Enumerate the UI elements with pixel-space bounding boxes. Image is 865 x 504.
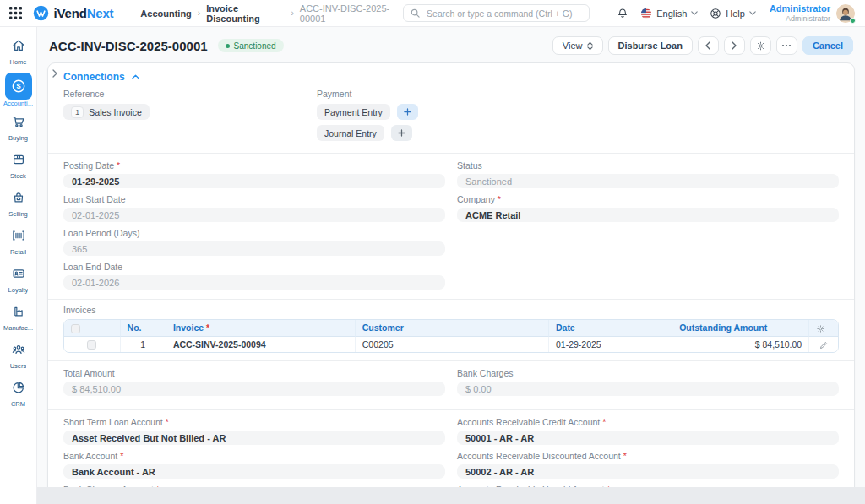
plus-icon	[404, 108, 411, 116]
language-selector[interactable]: English	[640, 8, 698, 19]
total-amount-label: Total Amount	[63, 368, 445, 378]
page-title: ACC-INV-DISC-2025-00001	[49, 39, 208, 53]
app-grid-icon[interactable]	[8, 6, 23, 21]
chevron-right-icon	[732, 41, 737, 50]
bank-charges-input[interactable]: $ 0.00	[457, 382, 839, 396]
totals-section: Total Amount $ 84,510.00 Bank Charges $ …	[48, 361, 854, 409]
home-icon	[8, 35, 30, 57]
user-menu[interactable]: Administrator Administrator	[770, 3, 830, 23]
status-label: Status	[457, 160, 839, 171]
notifications-bell-icon[interactable]	[617, 8, 628, 19]
loan-end-date-field: Loan End Date 02-01-2026	[63, 262, 445, 290]
sidebar-item-buying[interactable]: Buying	[0, 111, 37, 149]
bank-account-input[interactable]: Bank Account - AR	[63, 464, 445, 479]
help-menu[interactable]: Help	[710, 8, 756, 19]
loan-start-date-field: Loan Start Date 02-01-2025	[63, 194, 445, 222]
row-edit-pencil-icon[interactable]	[819, 341, 828, 350]
posting-date-input[interactable]: 01-29-2025	[63, 174, 445, 188]
sidebar-item-label: Selling	[8, 210, 28, 218]
id-card-icon	[8, 263, 30, 285]
sales-invoice-link[interactable]: 1 Sales Invoice	[63, 104, 150, 120]
payment-group: Payment Payment Entry Journal Entry	[317, 89, 839, 146]
user-role: Administrator	[770, 14, 830, 23]
print-settings-button[interactable]	[750, 36, 771, 55]
package-icon	[8, 149, 30, 171]
help-label: Help	[726, 8, 745, 19]
search-icon	[411, 8, 420, 18]
table-settings-gear-icon[interactable]	[816, 324, 825, 333]
cell-invoice-link[interactable]: ACC-SINV-2025-00094	[166, 337, 356, 353]
cancel-button[interactable]: Cancel	[802, 36, 853, 55]
connections-header[interactable]: Connections	[63, 69, 839, 84]
sidebar-item-retail[interactable]: Retail	[0, 225, 37, 263]
sidebar-item-label: Manufac...	[3, 324, 33, 332]
top-navbar: iVendNext Accounting › Invoice Discounti…	[0, 0, 865, 27]
bank-charges-field: Bank Charges $ 0.00	[457, 368, 839, 396]
sidebar-item-label: CRM	[11, 400, 25, 408]
prev-document-button[interactable]	[698, 36, 719, 55]
help-lifebuoy-icon	[710, 8, 721, 19]
details-section: Posting Date 01-29-2025 Loan Start Date …	[48, 154, 854, 299]
journal-entry-link[interactable]: Journal Entry	[317, 125, 384, 141]
invoices-section-label: Invoices	[63, 305, 839, 315]
search-input[interactable]	[425, 8, 582, 19]
sidebar-item-selling[interactable]: Selling	[0, 187, 37, 225]
online-status-dot	[850, 18, 856, 24]
sales-invoice-label: Sales Invoice	[89, 107, 141, 117]
ar-credit-account-input[interactable]: 50001 - AR - AR	[457, 431, 839, 445]
breadcrumb-accounting[interactable]: Accounting	[140, 8, 192, 19]
ar-discounted-account-input[interactable]: 50002 - AR - AR	[457, 464, 839, 479]
sidebar-item-stock[interactable]: Stock	[0, 149, 37, 187]
short-term-loan-account-input[interactable]: Asset Received But Not Billed - AR	[63, 431, 445, 445]
payment-entry-label: Payment Entry	[324, 107, 383, 117]
sidebar-item-manufacturing[interactable]: Manufac...	[0, 301, 37, 339]
form-sidebar-toggle[interactable]	[52, 69, 63, 79]
next-document-button[interactable]	[724, 36, 745, 55]
select-all-checkbox[interactable]	[71, 324, 80, 333]
sidebar-item-accounting[interactable]: $ Accounti...	[0, 73, 37, 111]
sidebar-item-users[interactable]: Users	[0, 339, 37, 377]
sidebar-item-loyalty[interactable]: Loyalty	[0, 263, 37, 301]
main-content: ACC-INV-DISC-2025-00001 Sanctioned View …	[37, 27, 865, 504]
more-menu-button[interactable]	[776, 36, 797, 55]
add-journal-entry-button[interactable]	[391, 125, 412, 141]
column-header-customer: Customer	[356, 320, 549, 337]
status-badge: Sanctioned	[218, 39, 284, 52]
loan-start-date-input[interactable]: 02-01-2025	[63, 208, 445, 222]
module-sidebar: Home $ Accounti... Buying Stock	[0, 27, 37, 504]
breadcrumb-current-doc: ACC-INV-DISC-2025-00001	[300, 3, 403, 24]
status-field: Status Sanctioned	[457, 160, 839, 188]
cell-customer: C00205	[356, 337, 549, 353]
ar-credit-account-field: Accounts Receivable Credit Account 50001…	[457, 417, 839, 445]
invoices-table: No. Invoice Customer Date Outstanding Am…	[63, 319, 839, 353]
column-header-no: No.	[121, 320, 166, 337]
status-input: Sanctioned	[457, 174, 839, 188]
app-logo[interactable]: iVendNext	[33, 5, 114, 21]
invoices-header-row: No. Invoice Customer Date Outstanding Am…	[64, 320, 838, 337]
svg-text:$: $	[16, 82, 20, 90]
company-field: Company ACME Retail	[457, 194, 839, 222]
add-payment-entry-button[interactable]	[397, 104, 418, 120]
users-icon	[8, 339, 30, 360]
row-checkbox[interactable]	[87, 340, 96, 350]
logo-text-2: Next	[87, 6, 114, 20]
breadcrumb-separator: ›	[198, 8, 200, 18]
loan-period-input[interactable]: 365	[63, 241, 445, 256]
breadcrumb: Accounting › Invoice Discounting › ACC-I…	[140, 3, 403, 24]
company-input[interactable]: ACME Retail	[457, 208, 839, 222]
payment-entry-link[interactable]: Payment Entry	[317, 104, 390, 120]
loan-end-date-input[interactable]: 02-01-2026	[63, 275, 445, 290]
breadcrumb-invoice-discounting[interactable]: Invoice Discounting	[206, 3, 285, 24]
disburse-loan-button[interactable]: Disburse Loan	[608, 36, 693, 55]
cart-icon	[8, 111, 30, 133]
sales-invoice-count: 1	[71, 106, 84, 118]
sidebar-item-crm[interactable]: CRM	[0, 377, 37, 415]
global-search[interactable]	[403, 4, 590, 22]
sidebar-item-home[interactable]: Home	[0, 35, 37, 73]
user-avatar[interactable]	[836, 4, 855, 23]
plus-icon	[398, 129, 405, 137]
posting-date-label: Posting Date	[63, 160, 445, 171]
view-button[interactable]: View	[552, 36, 603, 55]
flag-us-icon	[640, 8, 652, 19]
loan-period-label: Loan Period (Days)	[63, 228, 445, 238]
